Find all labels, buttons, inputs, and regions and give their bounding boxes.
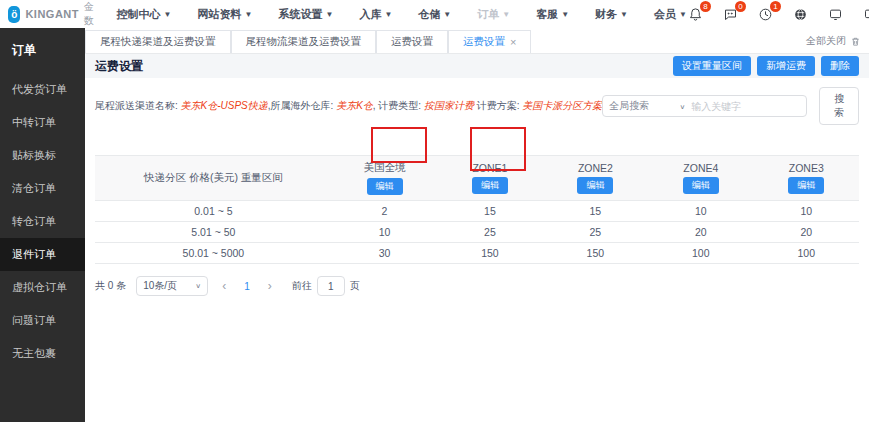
chat-badge: 0: [735, 1, 746, 12]
clock-icon[interactable]: 1: [757, 5, 775, 23]
topbar-right-icons: 8 0 1 ö iadmin: [687, 0, 869, 32]
page-number-1[interactable]: 1: [240, 281, 254, 292]
delete-button[interactable]: 删除: [821, 56, 859, 76]
menu-orders[interactable]: 订单▼: [477, 7, 510, 22]
sidebar-item-warehouse-transfer-orders[interactable]: 转仓订单: [0, 205, 85, 238]
close-all-tabs-button[interactable]: 全部关闭: [806, 34, 861, 48]
zone-name: ZONE4: [683, 162, 718, 174]
channel-name-value: 美东K仓-USPS快递: [181, 100, 268, 111]
sidebar-item-virtual-warehouse-orders[interactable]: 虚拟仓订单: [0, 271, 85, 304]
goto-page: 前往 页: [292, 276, 360, 296]
zone-name: ZONE3: [789, 162, 824, 174]
filter-row: 尾程派送渠道名称: 美东K仓-USPS快递,所属海外仓库: 美东K仓, 计费类型…: [85, 78, 869, 129]
zone-name: 美国全境: [364, 161, 406, 175]
chevron-down-icon: ∨: [679, 102, 685, 109]
sidebar-item-dropship-orders[interactable]: 代发货订单: [0, 73, 85, 106]
logo-text-cn: 金数: [84, 0, 99, 28]
pagination: 共 0 条 10条/页 ∨ ‹ 1 › 前往 页: [85, 264, 869, 308]
tab-freight-settings-1[interactable]: 运费设置: [376, 30, 448, 53]
next-page-button[interactable]: ›: [264, 279, 276, 293]
billing-type-value: 按国家计费: [424, 100, 474, 111]
menu-customer-service[interactable]: 客服▼: [536, 7, 569, 22]
app-logo[interactable]: ö KINGANT 金数: [8, 0, 99, 28]
freight-table-wrap: 快递分区 价格(美元) 重量区间 美国全境编辑 ZONE1编辑 ZONE2编辑 …: [95, 155, 859, 264]
sidebar-item-problem-orders[interactable]: 问题订单: [0, 304, 85, 337]
search-button[interactable]: 搜索: [819, 87, 859, 125]
chat-message-icon[interactable]: 0: [722, 5, 740, 23]
page-size-select[interactable]: 10条/页 ∨: [136, 276, 208, 296]
table-header-row: 快递分区 价格(美元) 重量区间 美国全境编辑 ZONE1编辑 ZONE2编辑 …: [95, 156, 859, 201]
clock-badge: 1: [770, 1, 781, 12]
monitor-fullscreen-icon[interactable]: [862, 5, 869, 23]
goto-unit: 页: [350, 279, 360, 293]
menu-finance[interactable]: 财务▼: [595, 7, 628, 22]
price-cell: 10: [648, 201, 753, 222]
trash-icon: [850, 36, 861, 47]
price-cell: 15: [437, 201, 542, 222]
edit-zone-button[interactable]: 编辑: [788, 177, 824, 194]
sidebar-item-clearance-orders[interactable]: 清仓订单: [0, 172, 85, 205]
menu-members[interactable]: 会员▼: [654, 7, 687, 22]
menu-inbound[interactable]: 入库▼: [359, 7, 392, 22]
weight-range-cell: 5.01 ~ 50: [95, 222, 332, 243]
chevron-down-icon: ▼: [384, 10, 392, 19]
warehouse-value: 美东K仓: [336, 100, 373, 111]
search-group: 全局搜索 ∨ 搜索: [602, 87, 859, 125]
chevron-down-icon: ▼: [620, 10, 628, 19]
goto-label: 前往: [292, 279, 312, 293]
search-scope-select[interactable]: 全局搜索 ∨: [603, 99, 691, 113]
chevron-down-icon: ∨: [195, 282, 201, 289]
tab-freight-settings-2[interactable]: 运费设置 ×: [448, 30, 531, 53]
col-header-zone-us: 美国全境编辑: [332, 156, 437, 201]
sidebar-item-unclaimed-packages[interactable]: 无主包裹: [0, 337, 85, 370]
prev-page-button[interactable]: ‹: [218, 279, 230, 293]
tab-lastmile-logistics-freight[interactable]: 尾程物流渠道及运费设置: [231, 30, 377, 53]
tab-lastmile-express-freight[interactable]: 尾程快递渠道及运费设置: [85, 30, 231, 53]
sidebar-item-return-orders[interactable]: 退件订单: [0, 238, 85, 271]
chevron-down-icon: ▼: [502, 10, 510, 19]
monitor-icon[interactable]: [827, 5, 845, 23]
menu-control-center[interactable]: 控制中心▼: [117, 7, 172, 22]
sidebar: 订单 代发货订单 中转订单 贴标换标 清仓订单 转仓订单 退件订单 虚拟仓订单 …: [0, 28, 85, 422]
chevron-down-icon: ▼: [561, 10, 569, 19]
table-row: 50.01 ~ 5000 30 150 150 100 100: [95, 243, 859, 264]
col-header-zone1: ZONE1编辑: [437, 156, 542, 201]
add-freight-button[interactable]: 新增运费: [757, 56, 815, 76]
set-weight-range-button[interactable]: 设置重量区间: [673, 56, 751, 76]
edit-zone-button[interactable]: 编辑: [367, 178, 403, 195]
chevron-down-icon: ▼: [325, 10, 333, 19]
price-cell: 100: [754, 243, 859, 264]
menu-warehouse[interactable]: 仓储▼: [418, 7, 451, 22]
search-box: 全局搜索 ∨: [602, 95, 807, 117]
globe-icon[interactable]: [792, 5, 810, 23]
sidebar-item-transit-orders[interactable]: 中转订单: [0, 106, 85, 139]
channel-name-label: 尾程派送渠道名称:: [95, 100, 178, 111]
notification-bell-icon[interactable]: 8: [687, 5, 705, 23]
menu-site-data[interactable]: 网站资料▼: [198, 7, 253, 22]
main-content: 尾程快递渠道及运费设置 尾程物流渠道及运费设置 运费设置 运费设置 × 全部关闭…: [85, 28, 869, 422]
menu-system-settings[interactable]: 系统设置▼: [278, 7, 333, 22]
header-actions: 设置重量区间 新增运费 删除: [673, 56, 859, 76]
logo-text: KINGANT: [25, 8, 79, 20]
price-cell: 150: [437, 243, 542, 264]
price-cell: 15: [543, 201, 648, 222]
search-input[interactable]: [691, 101, 806, 112]
sidebar-item-relabel[interactable]: 贴标换标: [0, 139, 85, 172]
goto-page-input[interactable]: [317, 276, 345, 296]
price-cell: 10: [332, 222, 437, 243]
price-cell: 100: [648, 243, 753, 264]
col-header-zone3: ZONE3编辑: [754, 156, 859, 201]
billing-type-label: , 计费类型:: [373, 100, 421, 111]
zone-name: ZONE1: [472, 162, 507, 174]
billing-plan-value: 美国卡派分区方案: [522, 100, 602, 111]
col-header-weight-range: 快递分区 价格(美元) 重量区间: [95, 156, 332, 201]
chevron-down-icon: ▼: [443, 10, 451, 19]
price-cell: 20: [754, 222, 859, 243]
edit-zone-button[interactable]: 编辑: [577, 177, 613, 194]
chevron-down-icon: ▼: [245, 10, 253, 19]
edit-zone-button[interactable]: 编辑: [683, 177, 719, 194]
zone-name: ZONE2: [578, 162, 613, 174]
tab-close-icon[interactable]: ×: [510, 36, 516, 48]
table-row: 5.01 ~ 50 10 25 25 20 20: [95, 222, 859, 243]
edit-zone-button[interactable]: 编辑: [472, 177, 508, 194]
